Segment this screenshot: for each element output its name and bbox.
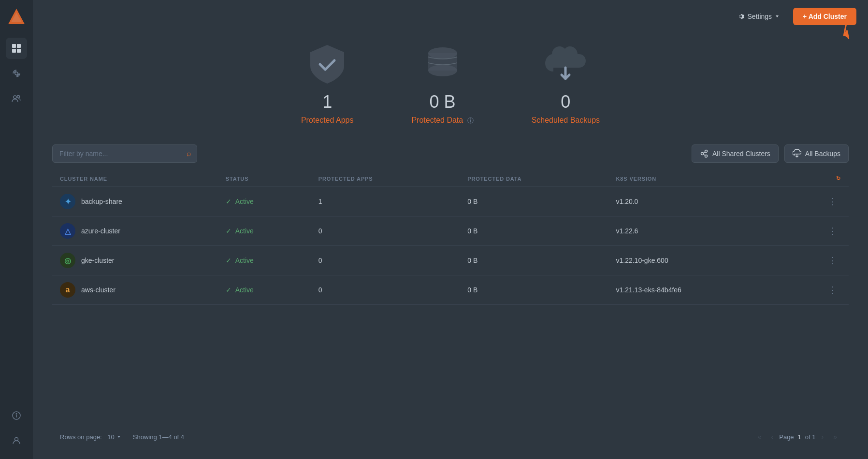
add-cluster-container: + Add Cluster	[793, 8, 856, 25]
cell-status: ✓ Active	[218, 246, 311, 275]
showing-text: Showing 1—4 of 4	[133, 433, 184, 441]
sidebar-item-teams[interactable]	[6, 88, 27, 109]
stat-backups-label: Scheduled Backups	[532, 116, 600, 125]
settings-button[interactable]: Settings	[731, 9, 786, 24]
svg-point-18	[705, 150, 708, 153]
filter-input[interactable]	[52, 144, 197, 163]
sidebar	[0, 0, 33, 459]
stat-protected-data: 0 B Protected Data ⓘ	[411, 43, 473, 125]
sidebar-bottom	[6, 405, 27, 451]
row-more-button[interactable]: ⋮	[825, 254, 841, 267]
stat-apps-number: 1	[322, 92, 332, 112]
svg-line-20	[703, 152, 705, 153]
table-row[interactable]: ✦ backup-share ✓ Active 1 0 B v1.20.0 ⋮	[52, 187, 849, 216]
table-row[interactable]: △ azure-cluster ✓ Active 0 0 B v1.22.6 ⋮	[52, 216, 849, 246]
col-refresh: ↻	[781, 171, 849, 187]
last-page-button[interactable]: »	[829, 431, 841, 443]
sidebar-item-info[interactable]	[6, 405, 27, 426]
toolbar: ⌕ All Shared Clusters All Backups	[52, 144, 849, 163]
cell-actions: ⋮	[781, 187, 849, 216]
app-logo[interactable]	[7, 8, 26, 26]
status-text: Active	[235, 257, 254, 264]
col-status: STATUS	[218, 171, 311, 187]
pagination: « ‹ Page 1 of 1 › »	[754, 431, 841, 443]
svg-rect-5	[17, 49, 21, 53]
cluster-name-text: gke-cluster	[81, 257, 114, 264]
add-cluster-button[interactable]: + Add Cluster	[793, 8, 856, 25]
cloud-icon	[793, 149, 801, 158]
row-more-button[interactable]: ⋮	[825, 284, 841, 296]
cell-status: ✓ Active	[218, 275, 311, 305]
cell-k8s-version: v1.21.13-eks-84b4fe6	[608, 275, 781, 305]
rows-per-page-selector[interactable]: Rows on page: 10	[60, 433, 121, 441]
status-check-icon: ✓	[226, 198, 231, 205]
table-row[interactable]: ◎ gke-cluster ✓ Active 0 0 B v1.22.10-gk…	[52, 246, 849, 275]
svg-rect-2	[12, 44, 16, 48]
cluster-icon: ✦	[60, 194, 75, 209]
col-cluster-name: CLUSTER NAME	[52, 171, 218, 187]
page-label: Page	[779, 433, 794, 441]
table-header-row: CLUSTER NAME STATUS PROTECTED APPS PROTE…	[52, 171, 849, 187]
shared-clusters-label: All Shared Clusters	[712, 150, 770, 158]
share-icon	[700, 149, 709, 158]
sidebar-item-user[interactable]	[6, 430, 27, 451]
next-page-button[interactable]: ›	[818, 431, 828, 443]
cell-protected-apps: 0	[311, 275, 460, 305]
content-area: ⌕ All Shared Clusters All Backups	[33, 144, 868, 459]
cell-name: ◎ gke-cluster	[52, 246, 218, 275]
cloud-backup-icon	[541, 43, 590, 86]
cluster-name-text: aws-cluster	[81, 286, 116, 294]
cell-protected-apps: 0	[311, 246, 460, 275]
cluster-name-text: azure-cluster	[81, 227, 120, 235]
cell-protected-data: 0 B	[460, 187, 608, 216]
cell-actions: ⋮	[781, 216, 849, 246]
cell-status: ✓ Active	[218, 216, 311, 246]
cell-actions: ⋮	[781, 275, 849, 305]
prev-page-button[interactable]: ‹	[767, 431, 778, 443]
total-pages-label: of 1	[805, 433, 816, 441]
first-page-button[interactable]: «	[754, 431, 766, 443]
status-text: Active	[235, 198, 254, 205]
row-more-button[interactable]: ⋮	[825, 195, 841, 208]
sidebar-item-broadcast[interactable]	[6, 63, 27, 84]
refresh-icon[interactable]: ↻	[836, 175, 841, 181]
shared-clusters-button[interactable]: All Shared Clusters	[692, 144, 779, 163]
chevron-down-icon	[775, 14, 780, 19]
svg-point-8	[17, 96, 20, 98]
svg-rect-4	[12, 49, 16, 53]
all-backups-button[interactable]: All Backups	[784, 144, 849, 163]
cell-name: ✦ backup-share	[52, 187, 218, 216]
col-k8s-version: K8S VERSION	[608, 171, 781, 187]
cell-k8s-version: v1.20.0	[608, 187, 781, 216]
cell-name: a aws-cluster	[52, 275, 218, 305]
cell-protected-data: 0 B	[460, 216, 608, 246]
stat-backups-number: 0	[561, 92, 570, 112]
all-backups-label: All Backups	[805, 150, 840, 158]
cell-actions: ⋮	[781, 246, 849, 275]
cell-protected-apps: 1	[311, 187, 460, 216]
svg-point-6	[15, 72, 18, 75]
row-more-button[interactable]: ⋮	[825, 225, 841, 237]
cell-status: ✓ Active	[218, 187, 311, 216]
gear-icon	[737, 13, 745, 20]
svg-point-11	[16, 414, 17, 415]
clusters-table-wrap: CLUSTER NAME STATUS PROTECTED APPS PROTE…	[52, 171, 849, 424]
cluster-icon: ◎	[60, 253, 75, 268]
status-check-icon: ✓	[226, 286, 231, 294]
cluster-icon: a	[60, 282, 75, 298]
cell-protected-data: 0 B	[460, 275, 608, 305]
rows-per-page-value: 10	[107, 433, 114, 441]
table-row[interactable]: a aws-cluster ✓ Active 0 0 B v1.21.13-ek…	[52, 275, 849, 305]
clusters-table: CLUSTER NAME STATUS PROTECTED APPS PROTE…	[52, 171, 849, 305]
stats-section: 1 Protected Apps 0 B Protected Data ⓘ	[33, 33, 868, 144]
sidebar-item-dashboard[interactable]	[6, 38, 27, 59]
database-icon	[419, 43, 467, 86]
col-protected-apps: PROTECTED APPS	[311, 171, 460, 187]
cell-name: △ azure-cluster	[52, 216, 218, 246]
status-check-icon: ✓	[226, 257, 231, 264]
stat-protected-apps: 1 Protected Apps	[301, 43, 354, 125]
svg-point-7	[14, 96, 16, 99]
table-footer: Rows on page: 10 Showing 1—4 of 4 « ‹ Pa…	[52, 424, 849, 449]
status-text: Active	[235, 286, 254, 294]
stat-data-label: Protected Data ⓘ	[411, 116, 473, 125]
